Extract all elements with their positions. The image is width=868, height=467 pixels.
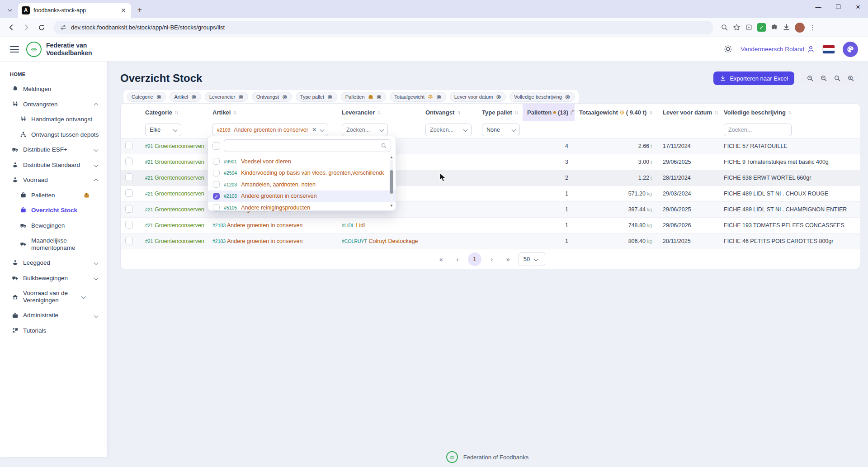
sidebar-item-handmatige-ontvangst[interactable]: Handmatige ontvangst [0,112,107,127]
light-mode-sun-icon[interactable] [724,45,732,53]
column-header-ontvangst[interactable]: Ontvangst↑↓ [421,104,477,121]
remove-filter-icon[interactable]: ⊗ [377,94,382,100]
prev-page-icon[interactable]: ‹ [452,253,463,265]
sidebar-item-tutorials[interactable]: Tutorials [0,323,107,338]
dropdown-scrollbar[interactable]: ▲ ▼ [389,155,394,208]
option-checkbox[interactable] [213,158,220,165]
sidebar-item-palletten[interactable]: Palletten [0,188,107,203]
page-size-select[interactable]: 50 [519,253,545,266]
column-header-palletten[interactable]: Palletten(13)↓F [523,104,575,121]
dropdown-search-box[interactable] [224,139,391,152]
reload-button[interactable] [35,21,48,34]
menu-toggle-icon[interactable] [10,46,19,52]
row-checkbox[interactable] [125,221,133,229]
dropdown-option[interactable]: #5105 Andere reinigingsproducten [208,202,396,214]
extension-gray-icon[interactable] [745,24,753,31]
export-excel-button[interactable]: Exporteren naar Excel [713,71,794,85]
filter-chip-leverancier[interactable]: Leverancier⊗ [205,92,248,102]
remove-filter-icon[interactable]: ⊗ [565,94,571,100]
dropdown-option[interactable]: #2504 Kindervoeding op basis van vlees, … [208,167,396,179]
clear-icon[interactable]: ✕ [312,126,317,133]
back-button[interactable] [5,21,17,34]
row-checkbox[interactable] [125,173,133,181]
remove-filter-icon[interactable]: ⊗ [496,94,501,100]
option-checkbox[interactable] [213,181,220,188]
first-page-icon[interactable]: « [435,253,447,265]
scrollbar-thumb[interactable] [390,170,393,194]
sidebar-item-leeggoed[interactable]: Leeggoed [0,255,107,271]
row-checkbox[interactable] [125,157,133,165]
ontvangst-filter-select[interactable]: Zoeken... [425,124,472,136]
filter-chip-ontvangst[interactable]: Ontvangst⊗ [252,92,292,102]
current-page[interactable]: 1 [468,253,481,266]
sidebar-item-distributie-esf[interactable]: Distributie ESF+ [0,142,107,157]
next-page-icon[interactable]: › [486,253,498,265]
dropdown-option-selected[interactable]: ✓ #2103 Andere groenten in conserven [208,191,396,202]
select-all-checkbox[interactable] [212,142,220,150]
leverancier-filter-select[interactable]: Zoeken... [342,124,388,136]
scroll-up-icon[interactable]: ▲ [390,155,393,160]
column-header-lever-voor-datum[interactable]: Lever voor datum↑↓ [658,104,719,121]
site-info-icon[interactable] [60,24,66,31]
zoom-out-icon[interactable] [817,72,830,85]
forward-button[interactable] [20,21,33,34]
remove-filter-icon[interactable]: ⊗ [327,94,333,100]
row-checkbox[interactable] [125,142,133,149]
last-page-icon[interactable]: » [502,253,514,265]
sidebar-item-administratie[interactable]: Administratie [0,308,107,323]
search-lens-icon[interactable] [721,24,728,31]
minimize-button[interactable]: — [808,0,828,14]
column-header-totaalgewicht[interactable]: Totaalgewicht( 9.40 t)↑↓ [575,104,658,121]
option-checkbox[interactable] [213,170,220,176]
scroll-down-icon[interactable]: ▼ [390,204,393,208]
sidebar-item-bewegingen[interactable]: Bewegingen [0,218,107,234]
filter-chip-categorie[interactable]: Categorie⊗ [127,92,166,102]
remove-filter-icon[interactable]: ⊗ [436,94,442,100]
tab-close-icon[interactable]: ✕ [119,6,127,14]
row-checkbox[interactable] [125,189,133,197]
close-window-button[interactable]: ✕ [848,0,868,14]
maximize-button[interactable] [828,0,848,14]
row-checkbox[interactable] [125,237,133,244]
search-icon[interactable] [830,72,844,85]
filter-chip-totaalgewicht[interactable]: Totaalgewicht⊗ [390,92,446,102]
bookmark-star-icon[interactable] [733,24,741,31]
zoom-out-icon[interactable] [803,72,817,85]
column-header-volledige-beschrijving[interactable]: Volledige beschrijving↑↓ [719,104,860,121]
browser-menu-icon[interactable]: ⋮ [809,24,816,32]
profile-avatar[interactable] [795,23,805,33]
tab-search-button[interactable] [4,5,16,16]
sidebar-item-bulkbewegingen[interactable]: Bulkbewegingen [0,271,107,286]
sidebar-item-ontvangst-tussen-depots[interactable]: Ontvangst tussen depots [0,127,107,143]
sidebar-item-meldingen[interactable]: Meldingen [0,81,107,97]
sidebar-item-distributie-standaard[interactable]: Distributie Standaard [0,157,107,173]
address-bar[interactable]: dev.stock.foodbanksit.be/stock/app/nl-BE… [53,21,713,34]
dropdown-option[interactable]: #1203 Amandelen, aardnoten, noten [208,179,396,191]
zoom-in-icon[interactable] [844,72,858,85]
download-icon[interactable] [783,24,790,31]
browser-tab[interactable]: A foodbanks-stock-app ✕ [18,3,131,18]
type-pallet-filter-select[interactable]: None [482,124,520,136]
dropdown-search-input[interactable] [228,143,381,149]
filter-chip-artikel[interactable]: Artikel⊗ [170,92,201,102]
beschrijving-search-input[interactable] [724,124,792,136]
column-header-artikel[interactable]: Artikel↑↓ [208,104,337,121]
remove-filter-icon[interactable]: ⊗ [282,94,288,100]
new-tab-button[interactable]: + [134,4,146,16]
column-header-leverancier[interactable]: Leverancier↑↓ [337,104,421,121]
extensions-puzzle-icon[interactable] [770,24,778,31]
sidebar-item-voorraad[interactable]: Voorraad [0,172,107,188]
artikel-filter-multiselect[interactable]: #2103Andere groenten in conserven✕ [212,124,328,136]
sidebar-item-voorraad-verenigingen[interactable]: Voorraad van de Verenigingen [0,286,107,308]
filter-chip-lever-voor-datum[interactable]: Lever voor datum⊗ [450,92,506,102]
option-checkbox-checked[interactable]: ✓ [213,193,220,200]
extension-check-icon[interactable]: ✓ [757,23,766,32]
column-header-categorie[interactable]: Categorie↑↓ [141,104,208,121]
sidebar-item-ontvangsten[interactable]: Ontvangsten [0,97,107,112]
filter-chip-palletten[interactable]: Palletten⊗ [341,92,387,102]
sidebar-item-maandelijkse-momentopname[interactable]: Maandelijkse momentopname [0,233,95,255]
categorie-filter-select[interactable]: Elke [145,124,181,136]
language-flag-nl[interactable] [823,45,835,53]
row-checkbox[interactable] [125,205,133,213]
column-header-type-pallet[interactable]: Type pallet↑↓ [477,104,523,121]
